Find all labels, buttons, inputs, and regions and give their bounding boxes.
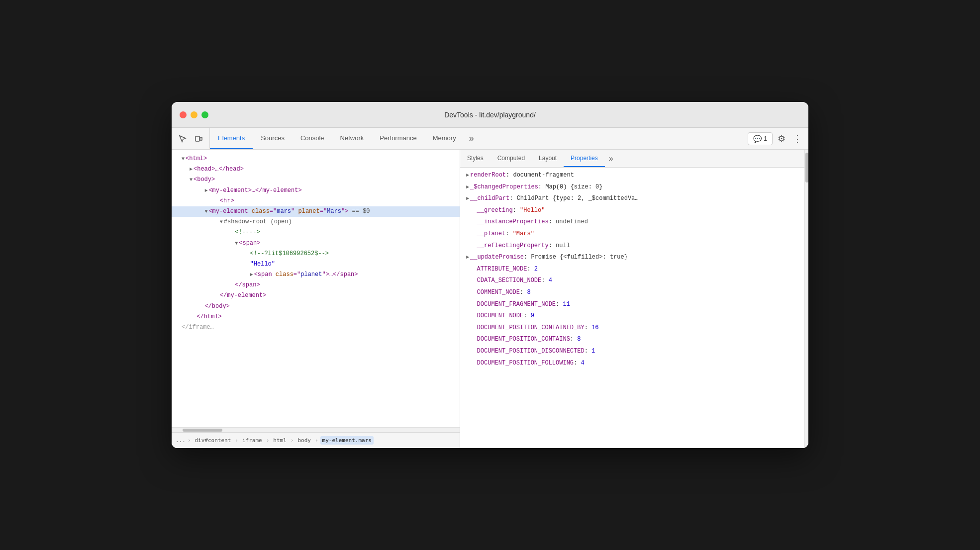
prop-changedProperties[interactable]: ►_$changedProperties: Map(0) {size: 0} <box>460 182 804 193</box>
close-button[interactable] <box>180 111 187 118</box>
main-content: ▼<html> ►<head>…</head> ▼<body> ►<my-ele… <box>172 150 808 448</box>
vertical-scrollbar[interactable] <box>804 150 808 448</box>
feedback-icon: 💬 <box>753 135 762 143</box>
prop-ATTRIBUTE_NODE[interactable]: ATTRIBUTE_NODE: 2 <box>460 264 804 275</box>
tab-console[interactable]: Console <box>293 128 332 149</box>
dom-line-comment-empty[interactable]: <!----> <box>172 227 460 238</box>
dom-line-shadow-root[interactable]: ▼#shadow-root (open) <box>172 217 460 227</box>
tab-network[interactable]: Network <box>332 128 372 149</box>
dom-line-hr[interactable]: <hr> <box>172 196 460 206</box>
prop-DOCUMENT_POSITION_CONTAINS[interactable]: DOCUMENT_POSITION_CONTAINS: 8 <box>460 334 804 346</box>
breadcrumb-dots[interactable]: ... <box>176 437 186 444</box>
maximize-button[interactable] <box>201 111 208 118</box>
prop-DOCUMENT_POSITION_FOLLOWING[interactable]: DOCUMENT_POSITION_FOLLOWING: 4 <box>460 358 804 369</box>
tab-styles[interactable]: Styles <box>460 150 490 167</box>
prop-DOCUMENT_NODE[interactable]: DOCUMENT_NODE: 9 <box>460 310 804 322</box>
dom-line-html-close[interactable]: </html> <box>172 312 460 322</box>
panel-tabs: Styles Computed Layout Properties » <box>460 150 804 168</box>
expand-html[interactable]: ▼ <box>182 156 185 162</box>
expand-span-planet[interactable]: ► <box>250 272 253 277</box>
dom-line-my-element-close[interactable]: </my-element> <box>172 290 460 301</box>
expand-my-element-1[interactable]: ► <box>204 188 207 193</box>
tab-properties[interactable]: Properties <box>564 150 605 167</box>
main-tabs: Elements Sources Console Network Perform… <box>210 128 744 149</box>
more-panel-tabs[interactable]: » <box>605 150 617 167</box>
prop-DOCUMENT_FRAGMENT_NODE[interactable]: DOCUMENT_FRAGMENT_NODE: 11 <box>460 299 804 311</box>
dom-line-span-close[interactable]: </span> <box>172 280 460 290</box>
dom-line-my-element-1[interactable]: ►<my-element>…</my-element> <box>172 185 460 196</box>
toolbar-right: 💬 1 ⚙ ⋮ <box>744 128 808 149</box>
more-tabs-button[interactable]: » <box>464 128 479 149</box>
expand-childPart[interactable]: ► <box>466 196 469 201</box>
dom-panel: ▼<html> ►<head>…</head> ▼<body> ►<my-ele… <box>172 150 460 448</box>
more-options-button[interactable]: ⋮ <box>790 132 804 146</box>
inspect-element-button[interactable] <box>176 132 190 146</box>
dom-tree: ▼<html> ►<head>…</head> ▼<body> ►<my-ele… <box>172 150 460 427</box>
properties-content: ►renderRoot: document-fragment ►_$change… <box>460 168 804 448</box>
horizontal-scrollbar[interactable] <box>172 427 460 432</box>
dom-line-span-planet[interactable]: ►<span class="planet">…</span> <box>172 270 460 280</box>
tab-sources[interactable]: Sources <box>253 128 293 149</box>
dom-line-my-element-selected[interactable]: ▼<my-element class="mars" planet="Mars">… <box>172 206 460 217</box>
prop-COMMENT_NODE[interactable]: COMMENT_NODE: 8 <box>460 287 804 299</box>
prop-planet[interactable]: __planet: "Mars" <box>460 228 804 240</box>
traffic-lights <box>180 111 208 118</box>
prop-updatePromise[interactable]: ►__updatePromise: Promise {<fulfilled>: … <box>460 252 804 264</box>
devtools-window: DevTools - lit.dev/playground/ Elements … <box>172 102 808 448</box>
scrollbar-thumb[interactable] <box>183 429 222 432</box>
dom-line-html[interactable]: ▼<html> <box>172 154 460 164</box>
dom-line-body-close[interactable]: </body> <box>172 301 460 312</box>
dom-line-hello[interactable]: "Hello" <box>172 259 460 270</box>
tab-performance[interactable]: Performance <box>372 128 424 149</box>
toolbar-icons <box>172 128 210 149</box>
right-panel-wrapper: Styles Computed Layout Properties » ►ren… <box>460 150 808 448</box>
svg-rect-0 <box>196 136 199 141</box>
dom-line-lit-comment[interactable]: <!--?lit$106992652$--> <box>172 249 460 259</box>
expand-changedProperties[interactable]: ► <box>466 184 469 190</box>
feedback-button[interactable]: 💬 1 <box>748 132 773 145</box>
prop-renderRoot[interactable]: ►renderRoot: document-fragment <box>460 170 804 182</box>
prop-CDATA_SECTION_NODE[interactable]: CDATA_SECTION_NODE: 4 <box>460 275 804 287</box>
expand-head[interactable]: ► <box>190 167 193 172</box>
prop-greeting[interactable]: __greeting: "Hello" <box>460 205 804 217</box>
dom-line-span[interactable]: ▼<span> <box>172 238 460 249</box>
window-title: DevTools - lit.dev/playground/ <box>444 111 536 119</box>
scrollbar-thumb-v[interactable] <box>805 153 808 183</box>
breadcrumb-div-content[interactable]: div#content <box>193 436 233 445</box>
breadcrumb-body[interactable]: body <box>295 436 313 445</box>
prop-DOCUMENT_POSITION_DISCONNECTED[interactable]: DOCUMENT_POSITION_DISCONNECTED: 1 <box>460 346 804 358</box>
breadcrumb-my-element[interactable]: my-element.mars <box>320 436 374 445</box>
feedback-count: 1 <box>764 135 767 142</box>
breadcrumb-html[interactable]: html <box>271 436 289 445</box>
settings-button[interactable]: ⚙ <box>775 132 788 146</box>
tab-layout[interactable]: Layout <box>532 150 564 167</box>
expand-my-element-selected[interactable]: ▼ <box>204 209 207 214</box>
prop-instanceProperties[interactable]: __instanceProperties: undefined <box>460 216 804 228</box>
tab-computed[interactable]: Computed <box>490 150 532 167</box>
dom-line-body[interactable]: ▼<body> <box>172 175 460 185</box>
prop-reflectingProperty[interactable]: __reflectingProperty: null <box>460 240 804 252</box>
expand-renderRoot[interactable]: ► <box>466 173 469 178</box>
device-toggle-button[interactable] <box>192 132 205 146</box>
breadcrumb-iframe[interactable]: iframe <box>240 436 264 445</box>
prop-DOCUMENT_POSITION_CONTAINED_BY[interactable]: DOCUMENT_POSITION_CONTAINED_BY: 16 <box>460 322 804 334</box>
tab-memory[interactable]: Memory <box>425 128 464 149</box>
expand-updatePromise[interactable]: ► <box>466 255 469 260</box>
prop-childPart[interactable]: ►__childPart: ChildPart {type: 2, _$comm… <box>460 193 804 205</box>
expand-body[interactable]: ▼ <box>190 177 193 183</box>
titlebar: DevTools - lit.dev/playground/ <box>172 102 808 128</box>
expand-span[interactable]: ▼ <box>235 241 238 246</box>
svg-rect-1 <box>200 137 202 140</box>
tab-elements[interactable]: Elements <box>210 128 253 149</box>
main-toolbar: Elements Sources Console Network Perform… <box>172 128 808 150</box>
dom-line-iframe-close[interactable]: </iframe… <box>172 322 460 333</box>
properties-panel: Styles Computed Layout Properties » ►ren… <box>460 150 804 448</box>
minimize-button[interactable] <box>191 111 197 118</box>
expand-shadow-root[interactable]: ▼ <box>220 219 223 225</box>
dom-line-head[interactable]: ►<head>…</head> <box>172 164 460 175</box>
breadcrumb-bar: ... › div#content › iframe › html › body… <box>172 432 460 448</box>
